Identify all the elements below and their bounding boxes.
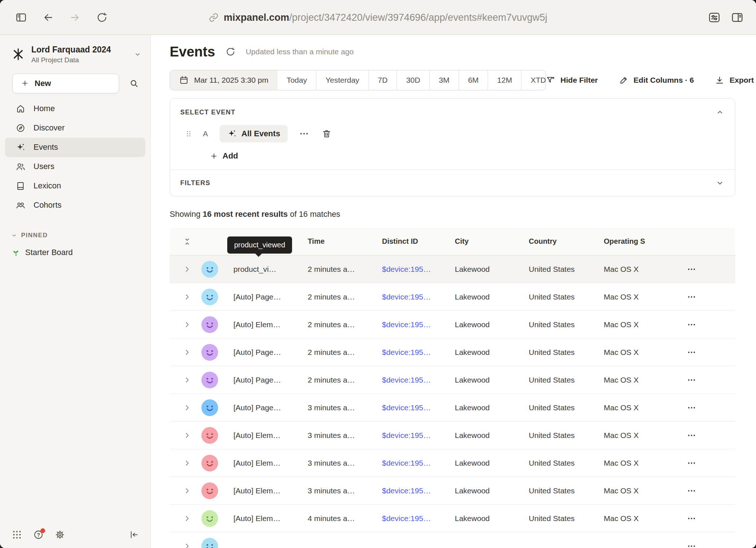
help-icon[interactable]: ? (33, 529, 44, 540)
row-actions-button[interactable] (685, 512, 698, 525)
row-actions-button[interactable] (685, 485, 698, 497)
cell-time: 2 minutes a… (308, 376, 382, 384)
url-bar[interactable]: mixpanel.com/project/3472420/view/397469… (209, 12, 547, 23)
sidebar-item-events[interactable]: Events (5, 138, 145, 157)
sidebar-item-discover[interactable]: Discover (5, 118, 145, 138)
row-expand-chevron[interactable] (183, 320, 192, 329)
cell-distinct-id-link[interactable]: $device:195… (382, 376, 455, 384)
range-12m-button[interactable]: 12M (488, 70, 521, 90)
sparkle-icon (227, 129, 237, 138)
split-view-icon[interactable] (731, 11, 744, 24)
row-expand-chevron[interactable] (183, 542, 192, 548)
page-settings-icon[interactable] (708, 11, 721, 24)
range-xtd-button[interactable]: XTD (521, 70, 546, 90)
filters-section[interactable]: FILTERS (170, 170, 735, 196)
event-avatar (201, 372, 218, 388)
cell-distinct-id-link[interactable]: $device:195… (382, 486, 455, 495)
range-30d-button[interactable]: 30D (397, 70, 429, 90)
trash-icon[interactable] (320, 128, 333, 140)
range-6m-button[interactable]: 6M (458, 70, 488, 90)
row-expand-chevron[interactable] (183, 376, 192, 384)
column-header-city[interactable]: City (455, 237, 529, 246)
cell-country: United States (529, 459, 604, 467)
sidebar-item-starter-board[interactable]: Starter Board (12, 248, 150, 257)
cell-time: 3 minutes a… (308, 431, 382, 440)
browser-window: mixpanel.com/project/3472420/view/397469… (0, 0, 756, 548)
range-yesterday-button[interactable]: Yesterday (316, 70, 369, 90)
row-expand-chevron[interactable] (183, 514, 192, 523)
row-expand-chevron[interactable] (183, 265, 192, 274)
new-button[interactable]: New (12, 74, 119, 93)
row-actions-button[interactable] (685, 457, 698, 469)
column-header-distinct-id[interactable]: Distinct ID (382, 237, 455, 246)
column-header-country[interactable]: Country (529, 237, 604, 246)
table-row[interactable]: product_vi…2 minutes a…$device:195…Lakew… (170, 255, 735, 283)
cell-distinct-id-link[interactable]: $device:195… (382, 514, 455, 523)
cell-distinct-id-link[interactable]: $device:195… (382, 431, 455, 440)
table-row[interactable]: [Auto] Elem…3 minutes a…$device:195…Lake… (170, 477, 735, 505)
range-7d-button[interactable]: 7D (369, 70, 397, 90)
row-actions-button[interactable] (685, 429, 698, 442)
settings-gear-icon[interactable] (55, 529, 65, 540)
column-header-os[interactable]: Operating S (604, 237, 685, 246)
range-3m-button[interactable]: 3M (429, 70, 458, 90)
table-row[interactable] (170, 532, 735, 548)
cell-distinct-id-link[interactable]: $device:195… (382, 403, 455, 412)
sidebar-item-lexicon[interactable]: Lexicon (5, 176, 145, 196)
row-actions-button[interactable] (685, 346, 698, 359)
cell-distinct-id-link[interactable]: $device:195… (382, 320, 455, 329)
edit-columns-button[interactable]: Edit Columns · 6 (619, 75, 694, 85)
row-actions-button[interactable] (685, 291, 698, 303)
row-actions-button[interactable] (685, 374, 698, 386)
table-row[interactable]: [Auto] Elem…3 minutes a…$device:195…Lake… (170, 422, 735, 449)
date-picker-button[interactable]: Mar 11, 2025 3:30 pm (170, 70, 277, 90)
collapse-sidebar-icon[interactable] (129, 529, 139, 540)
table-row[interactable]: [Auto] Elem…2 minutes a…$device:195…Lake… (170, 311, 735, 338)
row-expand-chevron[interactable] (183, 403, 192, 412)
row-actions-button[interactable] (685, 263, 698, 275)
table-row[interactable]: [Auto] Page…2 minutes a…$device:195…Lake… (170, 338, 735, 366)
row-expand-chevron[interactable] (183, 486, 192, 495)
cell-event-name: [Auto] Page… (223, 293, 308, 301)
export-button[interactable]: Export (715, 75, 754, 85)
hide-filter-button[interactable]: Hide Filter (546, 75, 598, 85)
cell-event-name: [Auto] Page… (223, 348, 308, 357)
back-icon[interactable] (42, 12, 54, 23)
table-row[interactable]: [Auto] Page…3 minutes a…$device:195…Lake… (170, 394, 735, 422)
add-event-button[interactable]: Add (210, 151, 725, 161)
workspace-switcher[interactable]: Lord Farquaad 2024 All Project Data (11, 44, 142, 64)
range-today-button[interactable]: Today (277, 70, 316, 90)
drag-handle-icon[interactable] (184, 129, 193, 138)
sidebar-toggle-icon[interactable] (15, 12, 27, 23)
row-expand-chevron[interactable] (183, 348, 192, 357)
sidebar-item-users[interactable]: Users (5, 157, 145, 176)
chevron-down-icon[interactable] (715, 178, 725, 188)
apps-grid-icon[interactable] (12, 529, 22, 540)
collapse-all-rows-icon[interactable] (183, 237, 192, 246)
forward-icon[interactable] (69, 12, 81, 23)
sidebar-item-home[interactable]: Home (5, 99, 145, 118)
cell-distinct-id-link[interactable]: $device:195… (382, 293, 455, 301)
event-selector-pill[interactable]: All Events (220, 125, 288, 142)
table-row[interactable]: [Auto] Page…2 minutes a…$device:195…Lake… (170, 283, 735, 311)
chevron-up-icon[interactable] (715, 107, 725, 117)
event-options-button[interactable] (298, 128, 310, 140)
pinned-section-header[interactable]: PINNED (11, 232, 150, 239)
row-expand-chevron[interactable] (183, 459, 192, 467)
row-actions-button[interactable] (685, 402, 698, 414)
table-row[interactable]: [Auto] Page…2 minutes a…$device:195…Lake… (170, 366, 735, 394)
table-row[interactable]: [Auto] Elem…3 minutes a…$device:195…Lake… (170, 449, 735, 477)
refresh-icon[interactable] (225, 47, 236, 57)
sidebar-item-cohorts[interactable]: Cohorts (5, 196, 145, 215)
row-expand-chevron[interactable] (183, 431, 192, 440)
reload-icon[interactable] (96, 12, 108, 23)
column-header-time[interactable]: Time (308, 237, 382, 246)
cell-distinct-id-link[interactable]: $device:195… (382, 348, 455, 357)
row-actions-button[interactable] (685, 318, 698, 331)
search-button[interactable] (126, 75, 142, 92)
cell-distinct-id-link[interactable]: $device:195… (382, 265, 455, 274)
row-expand-chevron[interactable] (183, 293, 192, 301)
cell-distinct-id-link[interactable]: $device:195… (382, 459, 455, 467)
row-actions-button[interactable] (685, 540, 698, 548)
table-row[interactable]: [Auto] Elem…4 minutes a…$device:195…Lake… (170, 505, 735, 532)
